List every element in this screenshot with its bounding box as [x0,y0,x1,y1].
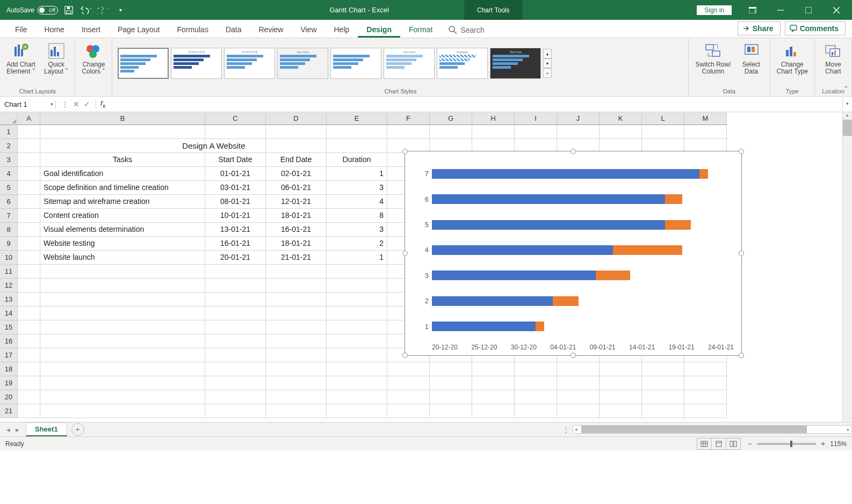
tab-review[interactable]: Review [250,21,292,38]
autosave-toggle[interactable]: AutoSave Off [6,6,58,14]
cell[interactable] [642,390,684,404]
close-icon[interactable] [823,0,850,20]
cell[interactable] [684,390,727,404]
change-colors-button[interactable]: Change Colors ˅ [78,40,109,77]
quick-layout-button[interactable]: Quick Layout ˅ [41,40,71,77]
cell[interactable] [557,362,600,376]
chart-style-3[interactable]: START DATE [224,48,275,79]
chart-plot-area[interactable]: 7654321 [432,161,734,339]
cell[interactable] [266,334,327,348]
add-chart-element-button[interactable]: + Add Chart Element ˅ [3,40,39,77]
cell[interactable] [18,167,40,181]
cell[interactable] [40,348,205,362]
cell[interactable] [40,265,205,279]
cell[interactable] [40,404,205,418]
cell[interactable] [266,125,327,139]
chart-bar-series2[interactable] [665,220,691,230]
cell[interactable]: 8 [327,209,387,223]
hscroll-split-icon[interactable]: ⋮ [562,426,569,434]
chart-style-8[interactable]: Start Date [490,48,541,79]
cell[interactable] [266,376,327,390]
row-header[interactable]: 20 [0,390,18,404]
zoom-out-button[interactable]: － [746,439,754,449]
cell[interactable] [18,279,40,293]
chart-bar-series1[interactable] [432,322,536,331]
row-header[interactable]: 2 [0,139,18,153]
cancel-formula-icon[interactable]: ✕ [73,100,80,108]
worksheet-grid[interactable]: 123456789101112131415161718192021 ABCDEF… [0,112,852,422]
cell[interactable] [684,376,727,390]
cell[interactable] [205,348,266,362]
cell[interactable] [40,279,205,293]
row-header[interactable]: 12 [0,279,18,293]
cell[interactable]: 16-01-21 [266,223,327,237]
cell[interactable] [642,125,684,139]
cell[interactable]: 4 [327,195,387,209]
zoom-level[interactable]: 115% [830,440,847,448]
cell[interactable] [472,376,515,390]
cell[interactable] [266,293,327,306]
row-header[interactable]: 14 [0,306,18,320]
cell[interactable] [472,404,515,418]
column-header[interactable]: C [205,112,266,125]
cell[interactable] [18,153,40,167]
expand-formula-bar-icon[interactable]: ▾ [842,97,852,112]
chart-bar-series2[interactable] [613,245,682,255]
cell[interactable] [266,265,327,279]
cell[interactable] [18,195,40,209]
chart-bar-series1[interactable] [432,271,596,280]
cell[interactable]: Website launch [40,251,205,265]
tab-format[interactable]: Format [400,21,441,38]
cell[interactable] [18,223,40,237]
column-header[interactable]: F [387,112,430,125]
cell[interactable] [18,237,40,251]
cell[interactable] [205,362,266,376]
cell[interactable] [18,334,40,348]
cell[interactable] [327,293,387,306]
chart-style-7[interactable]: StartDate [437,48,488,79]
cell[interactable] [18,251,40,265]
cell[interactable] [515,390,557,404]
column-header[interactable]: A [18,112,40,125]
chart-bar-series2[interactable] [536,322,544,331]
cell[interactable] [515,404,557,418]
cell[interactable] [205,376,266,390]
tab-formulas[interactable]: Formulas [169,21,217,38]
cell[interactable] [557,390,600,404]
cell[interactable] [18,320,40,334]
cell[interactable] [557,125,600,139]
cell[interactable]: Visual elements determination [40,223,205,237]
cell[interactable] [18,293,40,306]
cell[interactable] [327,362,387,376]
cell[interactable] [18,125,40,139]
cell[interactable] [387,390,430,404]
row-header[interactable]: 15 [0,320,18,334]
row-header[interactable]: 16 [0,334,18,348]
cell[interactable] [266,404,327,418]
chart-bar-series1[interactable] [432,194,665,204]
sign-in-button[interactable]: Sign in [697,5,732,15]
name-box[interactable]: Chart 1▾ [0,100,56,108]
zoom-slider[interactable] [757,443,816,445]
column-header[interactable]: J [557,112,600,125]
switch-row-column-button[interactable]: Switch Row/ Column [692,40,734,77]
cell[interactable] [266,348,327,362]
row-header[interactable]: 10 [0,251,18,265]
column-header[interactable]: H [472,112,515,125]
cell[interactable] [642,376,684,390]
column-header[interactable]: K [600,112,642,125]
cell[interactable] [18,181,40,195]
cell[interactable] [642,404,684,418]
cell[interactable] [472,390,515,404]
chart-bar-series2[interactable] [665,194,682,204]
tell-me-search[interactable]: Search [441,23,492,38]
vertical-scrollbar[interactable]: ▴ [842,112,852,422]
cell[interactable]: 01-01-21 [205,167,266,181]
cell[interactable] [205,306,266,320]
cell[interactable]: 3 [327,181,387,195]
chart-style-2[interactable]: START DATE [171,48,222,79]
column-header[interactable]: I [515,112,557,125]
page-break-view-icon[interactable] [726,438,741,450]
column-header[interactable]: E [327,112,387,125]
share-button[interactable]: Share [738,21,781,35]
